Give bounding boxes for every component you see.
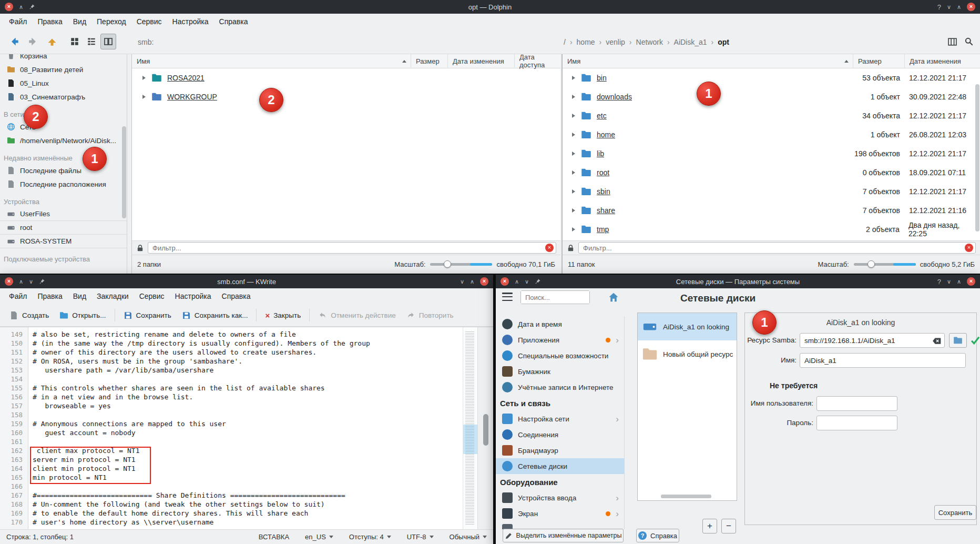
column-size[interactable]: Размер: [853, 54, 904, 68]
expand-icon[interactable]: [572, 170, 575, 175]
clear-filter-icon[interactable]: ×: [545, 244, 554, 252]
minimize-icon[interactable]: ∨: [947, 4, 951, 10]
pin-icon[interactable]: [535, 278, 541, 285]
menu-view[interactable]: Вид: [68, 15, 91, 28]
file-name[interactable]: downloads: [597, 93, 632, 101]
filter-field[interactable]: ×: [148, 242, 556, 254]
split-view-button[interactable]: [100, 34, 116, 49]
settings-search-field[interactable]: [520, 290, 590, 304]
view-icons-button[interactable]: [67, 34, 83, 49]
dolphin-right-pane[interactable]: Имя Размер Дата изменения bin53 объекта1…: [562, 54, 980, 274]
redo-button[interactable]: Повторить: [401, 307, 459, 324]
undo-button[interactable]: Отменить действие: [313, 307, 401, 324]
sidebar-item-recent-locations[interactable]: Последние расположения: [0, 177, 127, 191]
file-row[interactable]: tmp2 объектаДва дня назад, 22:25: [563, 220, 980, 239]
sidebar-item-display[interactable]: Экран›: [496, 506, 624, 521]
cursor-position[interactable]: Строка: 1, столбец: 1: [6, 533, 74, 541]
sidebar-item-input-devices[interactable]: Устройства ввода›: [496, 490, 624, 506]
menu-tools[interactable]: Сервис: [131, 15, 167, 28]
menu-help[interactable]: Справка: [217, 289, 256, 303]
menu-file[interactable]: Файл: [4, 289, 32, 303]
expand-icon[interactable]: [572, 227, 575, 231]
menu-edit[interactable]: Правка: [32, 15, 67, 28]
sidebar-item-recent-files[interactable]: Последние файлы: [0, 164, 127, 177]
search-button[interactable]: [961, 34, 977, 49]
maximize-icon[interactable]: ∧: [19, 279, 23, 285]
up-button[interactable]: [44, 34, 60, 49]
scrollbar-thumb[interactable]: [483, 414, 488, 446]
breadcrumb-root[interactable]: /: [564, 38, 566, 46]
save-as-button[interactable]: Сохранить как...: [177, 307, 253, 324]
back-button[interactable]: [6, 34, 22, 49]
file-name[interactable]: WORKGROUP: [167, 93, 217, 101]
file-row[interactable]: root0 объектов18.09.2021 07:11: [563, 163, 980, 182]
sidebar-item-applications[interactable]: Приложения›: [496, 332, 624, 348]
zoom-slider-handle[interactable]: [444, 260, 451, 268]
indent-select[interactable]: Отступы: 4: [349, 533, 391, 541]
file-name[interactable]: root: [597, 168, 609, 177]
close-icon[interactable]: ×: [5, 277, 13, 286]
menu-edit[interactable]: Правка: [32, 289, 67, 303]
expand-icon[interactable]: [572, 189, 575, 194]
close-icon[interactable]: ×: [501, 277, 509, 286]
file-name[interactable]: ROSA2021: [167, 74, 205, 82]
pin-icon[interactable]: [29, 4, 35, 10]
column-name[interactable]: Имя: [563, 54, 853, 68]
breadcrumb-venlip[interactable]: venlip: [606, 38, 625, 46]
sidebar-item-folder-linux[interactable]: 05_Linux: [0, 76, 127, 90]
minimize-icon[interactable]: ∨: [947, 279, 951, 285]
file-name[interactable]: sbin: [597, 187, 610, 196]
dolphin-titlebar[interactable]: × ∧ opt — Dolphin ? ∨ ∧ ×: [0, 0, 980, 14]
highlight-changed-settings-button[interactable]: Выделить изменённые параметры: [503, 529, 624, 542]
sidebar-item-datetime[interactable]: Дата и время: [496, 316, 624, 332]
sidebar-item-userfiles[interactable]: UserFiles: [0, 207, 127, 221]
forward-button[interactable]: [25, 34, 41, 49]
expand-icon[interactable]: [142, 95, 146, 99]
column-modified[interactable]: Дата изменения: [447, 54, 514, 68]
save-button[interactable]: Сохранить: [118, 307, 177, 324]
menu-go[interactable]: Переход: [91, 15, 131, 28]
sidebar-item-root[interactable]: root: [0, 221, 127, 235]
column-modified[interactable]: Дата изменения: [904, 54, 980, 68]
sidebar-item-rosa-system[interactable]: ROSA-SYSTEM: [0, 235, 127, 248]
menu-file[interactable]: Файл: [4, 15, 32, 28]
syntax-select[interactable]: Обычный: [450, 533, 487, 541]
expand-icon[interactable]: [142, 76, 146, 80]
menu-help[interactable]: Справка: [214, 15, 253, 28]
password-input[interactable]: [817, 416, 897, 430]
help-icon[interactable]: ?: [937, 4, 941, 11]
sidebar-scrollbar[interactable]: [122, 126, 126, 218]
column-name[interactable]: Имя: [132, 54, 411, 68]
breadcrumb-network[interactable]: Network: [636, 38, 663, 46]
file-row[interactable]: etc34 объекта12.12.2021 21:17: [563, 106, 980, 125]
add-share-button[interactable]: +: [702, 519, 717, 533]
file-name[interactable]: etc: [597, 112, 607, 120]
samba-url-field[interactable]: [800, 333, 945, 348]
sidebar-item-firewall[interactable]: Брандмауэр: [496, 442, 624, 458]
new-button[interactable]: Создать: [4, 307, 54, 324]
lock-icon[interactable]: [567, 244, 575, 252]
username-input[interactable]: [817, 397, 897, 410]
sidebar-item-connections[interactable]: Соединения: [496, 427, 624, 442]
maximize-icon[interactable]: ∧: [957, 4, 961, 10]
username-field[interactable]: [816, 396, 897, 411]
sidebar-item-folder-cinema[interactable]: 03_Синематографъ: [0, 90, 127, 104]
file-row[interactable]: home1 объект26.08.2021 12:03: [563, 125, 980, 144]
zoom-slider[interactable]: [430, 263, 492, 266]
view-columns-button[interactable]: [944, 34, 960, 49]
minimize-icon[interactable]: ∨: [29, 279, 33, 285]
column-accessed[interactable]: Дата доступа: [514, 54, 560, 68]
hamburger-menu-icon[interactable]: [502, 293, 513, 301]
expand-icon[interactable]: [572, 114, 575, 118]
breadcrumb-aidisk[interactable]: AiDisk_a1: [674, 38, 707, 46]
share-name-input[interactable]: [800, 354, 965, 367]
file-name[interactable]: tmp: [597, 225, 609, 234]
shares-horizontal-scrollbar[interactable]: [661, 495, 711, 498]
view-details-button[interactable]: [84, 34, 99, 49]
code-area[interactable]: # also be set, restricting rename and de…: [28, 327, 463, 529]
zoom-slider[interactable]: [854, 263, 916, 266]
file-name[interactable]: bin: [597, 74, 607, 82]
menu-settings[interactable]: Настройка: [167, 15, 214, 28]
save-button[interactable]: Сохранить: [934, 505, 976, 520]
sidebar-item-network[interactable]: Сеть: [0, 120, 127, 134]
